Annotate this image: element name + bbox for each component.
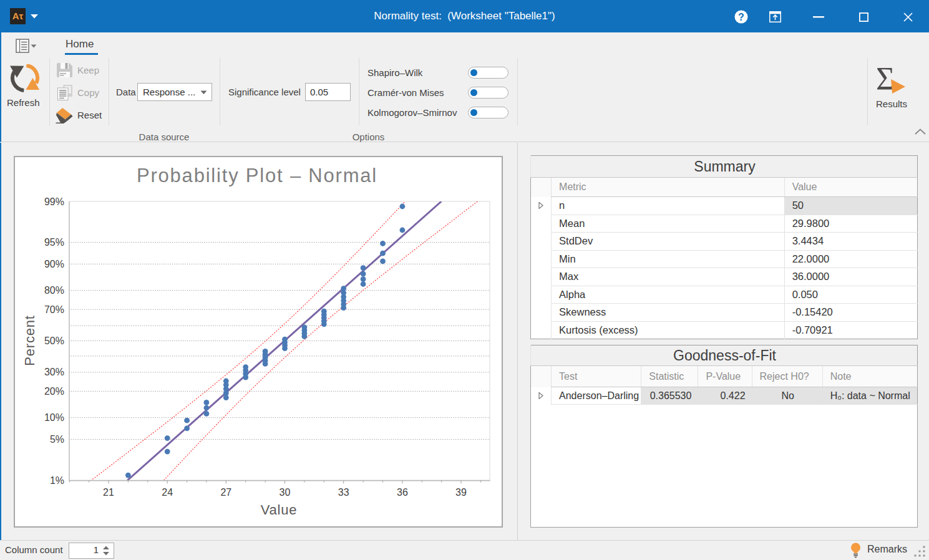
svg-text:24: 24 — [162, 487, 173, 498]
svg-text:?: ? — [738, 12, 744, 22]
svg-text:21: 21 — [103, 487, 114, 498]
svg-text:99%: 99% — [44, 196, 64, 207]
svg-text:30: 30 — [280, 487, 291, 498]
svg-text:10%: 10% — [44, 412, 64, 423]
svg-text:90%: 90% — [44, 259, 64, 269]
svg-text:36: 36 — [397, 487, 408, 498]
svg-text:1%: 1% — [50, 475, 64, 486]
svg-text:70%: 70% — [44, 304, 64, 315]
svg-text:39: 39 — [455, 487, 467, 498]
svg-text:27: 27 — [220, 487, 231, 498]
svg-text:Percent: Percent — [22, 315, 37, 365]
svg-text:Probability Plot – Normal: Probability Plot – Normal — [137, 165, 377, 186]
svg-text:33: 33 — [338, 487, 349, 498]
svg-text:50%: 50% — [44, 336, 64, 346]
svg-text:80%: 80% — [44, 285, 64, 296]
svg-text:95%: 95% — [44, 237, 64, 248]
svg-text:5%: 5% — [50, 434, 64, 445]
svg-text:20%: 20% — [44, 386, 64, 397]
svg-text:30%: 30% — [44, 367, 64, 377]
svg-text:Value: Value — [261, 502, 298, 518]
